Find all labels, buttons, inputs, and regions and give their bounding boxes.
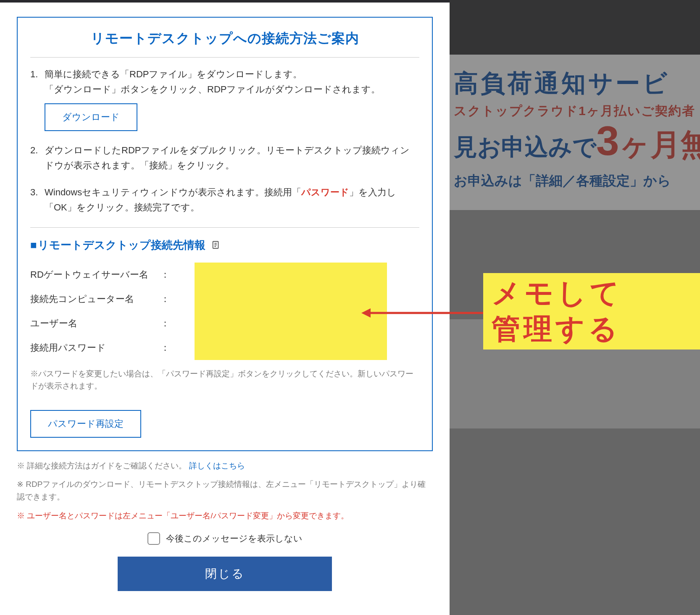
footer-note-1: ※ 詳細な接続方法はガイドをご確認ください。 詳しくはこちら	[17, 460, 433, 472]
guide-title: リモートデスクトップへの接続方法ご案内	[30, 29, 419, 58]
step-1-text-b: 「ダウンロード」ボタンをクリック、RDPファイルがダウンロードされます。	[45, 84, 380, 95]
step-1: 簡単に接続できる「RDPファイル」をダウンロードします。 「ダウンロード」ボタン…	[30, 67, 419, 131]
dont-show-again-checkbox[interactable]	[147, 532, 160, 545]
footer-note-2: ※ RDPファイルのダウンロード、リモートデスクトップ接続情報は、左メニュー「リ…	[17, 478, 433, 504]
info-label: 接続先コンピューター名	[30, 293, 161, 305]
callout-line-1: メモして	[492, 276, 700, 311]
guide-box: リモートデスクトップへの接続方法ご案内 簡単に接続できる「RDPファイル」をダウ…	[17, 17, 433, 451]
step-2: ダウンロードしたRDPファイルをダブルクリック。リモートデスクトップ接続ウィンド…	[30, 143, 419, 173]
info-label: 接続用パスワード	[30, 342, 161, 354]
square-bullet-icon: ■	[30, 239, 37, 252]
password-note: ※パスワードを変更したい場合は、「パスワード再設定」ボタンをクリックしてください…	[30, 368, 419, 392]
step-3: Windowsセキュリティウィンドウが表示されます。接続用「パスワード」を入力し…	[30, 185, 419, 216]
copy-icon[interactable]	[211, 239, 221, 250]
footer-notes: ※ 詳細な接続方法はガイドをご確認ください。 詳しくはこちら ※ RDPファイル…	[17, 460, 433, 523]
step-2-text: ダウンロードしたRDPファイルをダブルクリック。リモートデスクトップ接続ウィンド…	[45, 145, 410, 171]
password-reset-button[interactable]: パスワード再設定	[30, 410, 141, 438]
dont-show-again-row: 今後このメッセージを表示しない	[17, 532, 433, 545]
info-label: RDゲートウェイサーバー名	[30, 268, 161, 281]
step-3-emph: パスワード	[301, 187, 349, 197]
redaction-overlay	[195, 263, 387, 360]
connection-info-heading: ■ リモートデスクトップ接続先情報	[30, 238, 419, 252]
steps-list: 簡単に接続できる「RDPファイル」をダウンロードします。 「ダウンロード」ボタン…	[30, 67, 419, 216]
details-link[interactable]: 詳しくはこちら	[189, 461, 245, 470]
step-1-text-a: 簡単に接続できる「RDPファイル」をダウンロードします。	[45, 69, 302, 79]
annotation-arrow-icon	[361, 307, 487, 319]
callout-line-2: 管理する	[492, 311, 700, 347]
divider	[30, 227, 419, 228]
connection-info-title: リモートデスクトップ接続先情報	[38, 238, 205, 252]
footer-note-3: ※ ユーザー名とパスワードは左メニュー「ユーザー名/パスワード変更」から変更でき…	[17, 510, 433, 522]
info-label: ユーザー名	[30, 317, 161, 330]
close-button[interactable]: 閉じる	[118, 557, 332, 591]
step-3-pre: Windowsセキュリティウィンドウが表示されます。接続用「	[45, 187, 301, 197]
download-button[interactable]: ダウンロード	[45, 103, 137, 131]
annotation-callout: メモして 管理する	[483, 273, 700, 350]
svg-marker-5	[361, 308, 371, 318]
dont-show-again-label: 今後このメッセージを表示しない	[166, 533, 303, 544]
